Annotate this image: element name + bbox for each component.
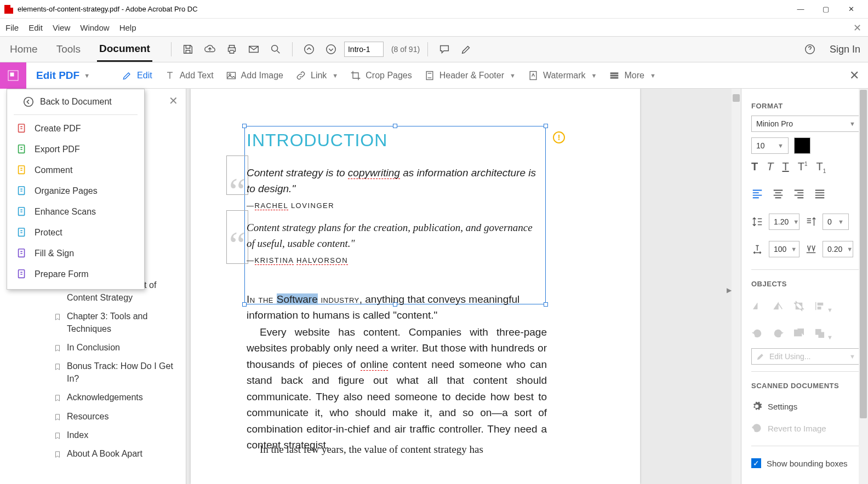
- tool-icon: [16, 123, 28, 135]
- subscript-icon[interactable]: T1: [816, 160, 826, 174]
- superscript-icon[interactable]: T1: [798, 160, 808, 174]
- main-toolbar: Home Tools Document (8 of 91) Sign In: [0, 36, 868, 62]
- bookmark-icon: [54, 312, 61, 322]
- close-editpdf-button[interactable]: ✕: [849, 68, 859, 83]
- menu-edit[interactable]: Edit: [28, 23, 43, 32]
- search-icon[interactable]: [267, 41, 284, 58]
- help-icon[interactable]: [801, 41, 819, 58]
- tool-link[interactable]: Link▼: [295, 70, 338, 81]
- show-bounding-boxes-checkbox[interactable]: ✓ Show bounding boxes: [751, 458, 860, 468]
- format-panel: FORMAT Minion Pro▼ 10▼ T T T T1 T1 1.20▼…: [741, 89, 868, 484]
- window-titlebar: elements-of-content-strategy.pdf - Adobe…: [0, 0, 868, 19]
- bookmark-item[interactable]: In Conclusion: [0, 338, 186, 357]
- popover-item-export-pdf[interactable]: Export PDF: [7, 139, 144, 160]
- tools-popover: Back to Document Create PDFExport PDFCom…: [7, 89, 145, 290]
- italic-icon[interactable]: T: [767, 160, 773, 174]
- sign-in-link[interactable]: Sign In: [830, 44, 860, 55]
- svg-point-2: [327, 45, 336, 54]
- close-button[interactable]: ✕: [838, 1, 864, 18]
- svg-point-0: [272, 45, 278, 51]
- underline-icon[interactable]: T: [782, 160, 789, 174]
- svg-rect-20: [19, 249, 25, 257]
- align-right-icon[interactable]: [793, 187, 805, 201]
- line-spacing-input[interactable]: 1.20▼: [769, 214, 800, 230]
- scrollbar[interactable]: [859, 89, 868, 484]
- cloud-upload-icon[interactable]: [201, 41, 219, 58]
- horizontal-scale-input[interactable]: 100▼: [769, 241, 800, 257]
- svg-point-13: [24, 97, 33, 107]
- bookmark-item[interactable]: Resources: [0, 407, 186, 426]
- comment-bubble-icon[interactable]: [436, 41, 453, 58]
- page-number-input[interactable]: [344, 42, 384, 57]
- rotate-ccw-icon: [751, 327, 763, 342]
- font-color-swatch[interactable]: [794, 137, 810, 154]
- bookmark-item[interactable]: Index: [0, 426, 186, 445]
- back-to-document[interactable]: Back to Document: [14, 89, 138, 115]
- tab-document[interactable]: Document: [97, 37, 152, 62]
- svg-rect-17: [19, 187, 25, 195]
- popover-item-enhance-scans[interactable]: Enhance Scans: [7, 201, 144, 222]
- tool-edit[interactable]: Edit: [122, 70, 152, 81]
- font-size-select[interactable]: 10▼: [751, 137, 789, 154]
- email-icon[interactable]: [245, 41, 262, 58]
- align-objects-icon: ▼: [814, 300, 833, 314]
- para-spacing-input[interactable]: 0▼: [823, 214, 849, 230]
- bookmark-icon: [54, 343, 61, 353]
- maximize-button[interactable]: ▢: [813, 1, 838, 18]
- bookmark-item[interactable]: Acknowledgements: [0, 388, 186, 407]
- bookmark-icon: [54, 362, 61, 372]
- save-icon[interactable]: [179, 41, 197, 58]
- popover-item-prepare-form[interactable]: Prepare Form: [7, 264, 144, 285]
- bookmark-item[interactable]: Bonus Track: How Do I Get In?: [0, 357, 186, 388]
- tool-more[interactable]: More▼: [609, 70, 655, 81]
- popover-item-protect[interactable]: Protect: [7, 222, 144, 243]
- menu-view[interactable]: View: [53, 23, 70, 32]
- tool-add-image[interactable]: Add Image: [226, 70, 283, 81]
- flip-horizontal-icon: [751, 300, 763, 314]
- highlight-pen-icon[interactable]: [458, 41, 475, 58]
- tool-add-text[interactable]: Add Text: [164, 70, 214, 81]
- menu-help[interactable]: Help: [119, 23, 136, 32]
- tab-tools[interactable]: Tools: [54, 38, 83, 61]
- window-controls: — ▢ ✕: [788, 1, 864, 18]
- svg-rect-18: [19, 208, 25, 216]
- menu-window[interactable]: Window: [80, 23, 109, 32]
- page-up-icon[interactable]: [300, 41, 318, 58]
- font-family-select[interactable]: Minion Pro▼: [751, 116, 860, 132]
- selection-box[interactable]: [244, 126, 546, 304]
- tool-crop-pages[interactable]: Crop Pages: [350, 70, 412, 81]
- popover-item-comment[interactable]: Comment: [7, 160, 144, 181]
- close-panel-button[interactable]: ✕: [169, 94, 178, 107]
- scrollbar[interactable]: [732, 89, 741, 484]
- tool-watermark[interactable]: Watermark▼: [528, 70, 597, 81]
- popover-item-organize-pages[interactable]: Organize Pages: [7, 181, 144, 201]
- bookmark-item[interactable]: About A Book Apart: [0, 445, 186, 463]
- scanned-settings[interactable]: Settings: [751, 401, 860, 412]
- char-spacing-input[interactable]: 0.20▼: [823, 241, 853, 257]
- document-canvas[interactable]: ! INTRODUCTION “ Content strategy is to …: [186, 89, 741, 484]
- popover-item-create-pdf[interactable]: Create PDF: [7, 118, 144, 139]
- chevron-down-icon: ▼: [84, 72, 90, 79]
- edit-pdf-title[interactable]: Edit PDF▼: [26, 70, 100, 82]
- svg-point-1: [305, 45, 314, 54]
- print-icon[interactable]: [223, 41, 241, 58]
- divider: [171, 42, 172, 56]
- menu-file[interactable]: File: [5, 23, 19, 32]
- quote-2: Content strategy plans for the creation,…: [247, 220, 542, 251]
- char-spacing-icon: [805, 243, 817, 255]
- app-icon: [4, 5, 13, 14]
- collapse-right-panel-icon[interactable]: ▶: [727, 286, 732, 294]
- align-justify-icon[interactable]: [814, 187, 826, 201]
- minimize-button[interactable]: —: [788, 1, 813, 18]
- tab-home[interactable]: Home: [8, 38, 40, 61]
- bold-icon[interactable]: T: [751, 160, 758, 174]
- bookmark-item[interactable]: Chapter 3: Tools and Techniques: [0, 307, 186, 338]
- tool-icon: [16, 143, 28, 155]
- align-center-icon[interactable]: [772, 187, 784, 201]
- tool-header-footer[interactable]: Header & Footer▼: [424, 70, 516, 81]
- popover-item-fill-sign[interactable]: Fill & Sign: [7, 243, 144, 264]
- page-down-icon[interactable]: [322, 41, 340, 58]
- warning-badge-icon[interactable]: !: [553, 131, 565, 143]
- close-document-button[interactable]: ✕: [853, 22, 861, 34]
- align-left-icon[interactable]: [751, 187, 763, 201]
